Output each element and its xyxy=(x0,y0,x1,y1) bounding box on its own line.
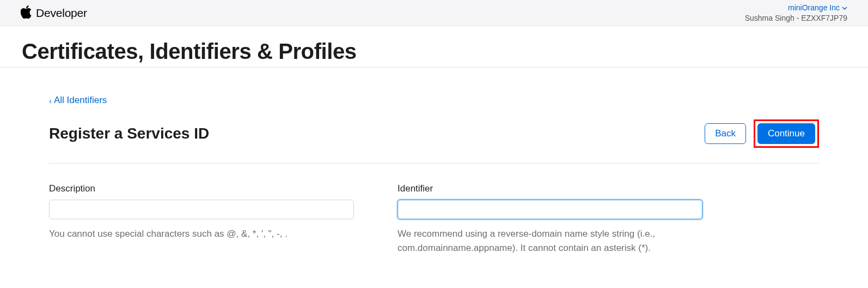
apple-logo-icon xyxy=(21,5,32,21)
account-block: miniOrange Inc Sushma Singh - EZXXF7JP79 xyxy=(745,3,847,23)
identifier-field-group: Identifier We recommend using a reverse-… xyxy=(398,183,702,255)
main-content: ‹ All Identifiers Register a Services ID… xyxy=(0,68,868,255)
description-label: Description xyxy=(49,183,354,194)
chevron-left-icon: ‹ xyxy=(49,96,52,105)
continue-highlight-box: Continue xyxy=(754,119,819,148)
form-row: Description You cannot use special chara… xyxy=(49,183,819,255)
action-buttons: Back Continue xyxy=(705,119,819,148)
section-title: Register a Services ID xyxy=(49,125,209,142)
brand-text: Developer xyxy=(36,7,87,20)
description-field-group: Description You cannot use special chara… xyxy=(49,183,354,255)
identifier-input[interactable] xyxy=(398,200,702,219)
brand[interactable]: Developer xyxy=(21,5,87,21)
chevron-down-icon xyxy=(842,2,847,13)
continue-button[interactable]: Continue xyxy=(757,123,815,144)
all-identifiers-link[interactable]: ‹ All Identifiers xyxy=(49,95,107,106)
page-title-section: Certificates, Identifiers & Profiles xyxy=(0,26,868,68)
description-input[interactable] xyxy=(49,200,354,219)
identifier-helper: We recommend using a reverse-domain name… xyxy=(398,227,702,255)
page-title: Certificates, Identifiers & Profiles xyxy=(22,39,846,64)
description-helper: You cannot use special characters such a… xyxy=(49,227,354,241)
team-selector[interactable]: miniOrange Inc xyxy=(788,3,847,13)
identifier-label: Identifier xyxy=(398,183,702,194)
top-bar: Developer miniOrange Inc Sushma Singh - … xyxy=(0,0,868,26)
user-identifier: Sushma Singh - EZXXF7JP79 xyxy=(745,13,847,23)
back-button[interactable]: Back xyxy=(705,123,746,144)
team-name-label: miniOrange Inc xyxy=(788,3,840,13)
section-header: Register a Services ID Back Continue xyxy=(49,119,819,164)
back-link-label: All Identifiers xyxy=(54,95,107,106)
